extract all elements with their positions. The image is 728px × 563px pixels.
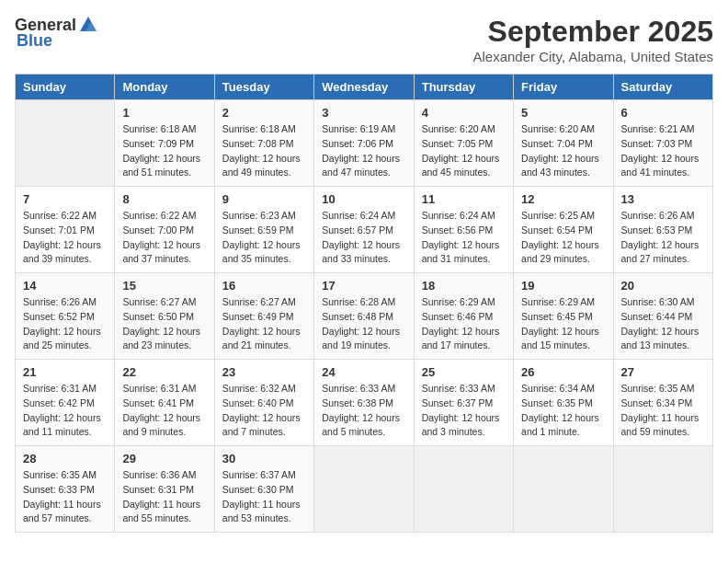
calendar-cell: 7Sunrise: 6:22 AMSunset: 7:01 PMDaylight… [16, 187, 115, 273]
calendar-cell: 24Sunrise: 6:33 AMSunset: 6:38 PMDayligh… [314, 360, 414, 446]
cell-content: Sunrise: 6:23 AMSunset: 6:59 PMDaylight:… [222, 209, 306, 267]
day-number: 11 [422, 192, 506, 206]
cell-content: Sunrise: 6:31 AMSunset: 6:41 PMDaylight:… [122, 382, 206, 440]
calendar-cell [16, 100, 115, 187]
cell-content: Sunrise: 6:37 AMSunset: 6:30 PMDaylight:… [222, 468, 306, 526]
calendar-week-5: 28Sunrise: 6:35 AMSunset: 6:33 PMDayligh… [16, 446, 713, 533]
weekday-header-friday: Friday [514, 75, 613, 100]
calendar-cell [613, 446, 712, 533]
calendar-cell: 14Sunrise: 6:26 AMSunset: 6:52 PMDayligh… [16, 273, 115, 360]
day-number: 15 [122, 279, 206, 293]
cell-content: Sunrise: 6:21 AMSunset: 7:03 PMDaylight:… [621, 122, 705, 180]
cell-content: Sunrise: 6:30 AMSunset: 6:44 PMDaylight:… [621, 295, 705, 353]
weekday-header-tuesday: Tuesday [214, 75, 313, 100]
day-number: 7 [23, 192, 107, 206]
day-number: 4 [422, 106, 506, 120]
weekday-header-saturday: Saturday [613, 75, 712, 100]
day-number: 16 [222, 279, 306, 293]
cell-content: Sunrise: 6:18 AMSunset: 7:08 PMDaylight:… [222, 122, 306, 180]
cell-content: Sunrise: 6:22 AMSunset: 7:01 PMDaylight:… [23, 209, 107, 267]
day-number: 30 [222, 452, 306, 465]
day-number: 1 [122, 106, 206, 120]
calendar-week-4: 21Sunrise: 6:31 AMSunset: 6:42 PMDayligh… [16, 360, 713, 446]
cell-content: Sunrise: 6:35 AMSunset: 6:33 PMDaylight:… [23, 468, 107, 526]
logo: General Blue [15, 15, 98, 51]
calendar-cell [414, 446, 513, 533]
calendar-cell: 11Sunrise: 6:24 AMSunset: 6:56 PMDayligh… [414, 187, 513, 273]
weekday-header-row: SundayMondayTuesdayWednesdayThursdayFrid… [16, 75, 713, 100]
day-number: 25 [422, 365, 506, 379]
day-number: 12 [521, 192, 605, 206]
cell-content: Sunrise: 6:27 AMSunset: 6:50 PMDaylight:… [122, 295, 206, 353]
cell-content: Sunrise: 6:22 AMSunset: 7:00 PMDaylight:… [122, 209, 206, 267]
day-number: 27 [621, 365, 705, 379]
day-number: 22 [122, 365, 206, 379]
weekday-header-thursday: Thursday [414, 75, 513, 100]
day-number: 6 [621, 106, 705, 120]
day-number: 8 [122, 192, 206, 206]
calendar-table: SundayMondayTuesdayWednesdayThursdayFrid… [15, 74, 713, 533]
cell-content: Sunrise: 6:24 AMSunset: 6:57 PMDaylight:… [322, 209, 405, 267]
day-number: 10 [322, 192, 405, 206]
day-number: 2 [222, 106, 306, 120]
calendar-week-2: 7Sunrise: 6:22 AMSunset: 7:01 PMDaylight… [16, 187, 713, 273]
calendar-cell: 19Sunrise: 6:29 AMSunset: 6:45 PMDayligh… [514, 273, 613, 360]
cell-content: Sunrise: 6:36 AMSunset: 6:31 PMDaylight:… [122, 468, 206, 526]
cell-content: Sunrise: 6:31 AMSunset: 6:42 PMDaylight:… [23, 382, 107, 440]
cell-content: Sunrise: 6:27 AMSunset: 6:49 PMDaylight:… [222, 295, 306, 353]
cell-content: Sunrise: 6:35 AMSunset: 6:34 PMDaylight:… [621, 382, 705, 440]
calendar-cell: 5Sunrise: 6:20 AMSunset: 7:04 PMDaylight… [514, 100, 613, 187]
header: General Blue September 2025 Alexander Ci… [15, 15, 713, 64]
cell-content: Sunrise: 6:29 AMSunset: 6:46 PMDaylight:… [422, 295, 506, 353]
day-number: 29 [122, 452, 206, 465]
calendar-cell: 21Sunrise: 6:31 AMSunset: 6:42 PMDayligh… [16, 360, 115, 446]
title-area: September 2025 Alexander City, Alabama, … [472, 15, 713, 64]
calendar-cell: 4Sunrise: 6:20 AMSunset: 7:05 PMDaylight… [414, 100, 513, 187]
cell-content: Sunrise: 6:33 AMSunset: 6:38 PMDaylight:… [322, 382, 405, 440]
weekday-header-monday: Monday [115, 75, 214, 100]
calendar-cell: 3Sunrise: 6:19 AMSunset: 7:06 PMDaylight… [314, 100, 414, 187]
cell-content: Sunrise: 6:19 AMSunset: 7:06 PMDaylight:… [322, 122, 405, 180]
day-number: 13 [621, 192, 705, 206]
day-number: 17 [322, 279, 405, 293]
day-number: 24 [322, 365, 405, 379]
day-number: 26 [521, 365, 605, 379]
month-title: September 2025 [472, 15, 713, 49]
calendar-cell: 30Sunrise: 6:37 AMSunset: 6:30 PMDayligh… [214, 446, 313, 533]
calendar-cell: 23Sunrise: 6:32 AMSunset: 6:40 PMDayligh… [214, 360, 313, 446]
day-number: 3 [322, 106, 405, 120]
calendar-cell: 16Sunrise: 6:27 AMSunset: 6:49 PMDayligh… [214, 273, 313, 360]
cell-content: Sunrise: 6:33 AMSunset: 6:37 PMDaylight:… [422, 382, 506, 440]
calendar-cell: 29Sunrise: 6:36 AMSunset: 6:31 PMDayligh… [115, 446, 214, 533]
cell-content: Sunrise: 6:29 AMSunset: 6:45 PMDaylight:… [521, 295, 605, 353]
calendar-cell: 17Sunrise: 6:28 AMSunset: 6:48 PMDayligh… [314, 273, 414, 360]
calendar-week-3: 14Sunrise: 6:26 AMSunset: 6:52 PMDayligh… [16, 273, 713, 360]
weekday-header-wednesday: Wednesday [314, 75, 414, 100]
day-number: 5 [521, 106, 605, 120]
calendar-cell: 2Sunrise: 6:18 AMSunset: 7:08 PMDaylight… [214, 100, 313, 187]
calendar-cell: 12Sunrise: 6:25 AMSunset: 6:54 PMDayligh… [514, 187, 613, 273]
cell-content: Sunrise: 6:28 AMSunset: 6:48 PMDaylight:… [322, 295, 405, 353]
cell-content: Sunrise: 6:32 AMSunset: 6:40 PMDaylight:… [222, 382, 306, 440]
calendar-cell: 6Sunrise: 6:21 AMSunset: 7:03 PMDaylight… [613, 100, 712, 187]
logo-blue: Blue [17, 31, 52, 51]
calendar-cell: 25Sunrise: 6:33 AMSunset: 6:37 PMDayligh… [414, 360, 513, 446]
location-title: Alexander City, Alabama, United States [472, 49, 713, 64]
calendar-cell: 22Sunrise: 6:31 AMSunset: 6:41 PMDayligh… [115, 360, 214, 446]
calendar-cell: 18Sunrise: 6:29 AMSunset: 6:46 PMDayligh… [414, 273, 513, 360]
calendar-cell: 9Sunrise: 6:23 AMSunset: 6:59 PMDaylight… [214, 187, 313, 273]
calendar-cell: 1Sunrise: 6:18 AMSunset: 7:09 PMDaylight… [115, 100, 214, 187]
calendar-cell: 13Sunrise: 6:26 AMSunset: 6:53 PMDayligh… [613, 187, 712, 273]
day-number: 14 [23, 279, 107, 293]
day-number: 28 [23, 452, 107, 465]
calendar-cell: 10Sunrise: 6:24 AMSunset: 6:57 PMDayligh… [314, 187, 414, 273]
cell-content: Sunrise: 6:34 AMSunset: 6:35 PMDaylight:… [521, 382, 605, 440]
calendar-cell [514, 446, 613, 533]
cell-content: Sunrise: 6:26 AMSunset: 6:53 PMDaylight:… [621, 209, 705, 267]
cell-content: Sunrise: 6:18 AMSunset: 7:09 PMDaylight:… [122, 122, 206, 180]
day-number: 18 [422, 279, 506, 293]
calendar-cell: 20Sunrise: 6:30 AMSunset: 6:44 PMDayligh… [613, 273, 712, 360]
cell-content: Sunrise: 6:25 AMSunset: 6:54 PMDaylight:… [521, 209, 605, 267]
cell-content: Sunrise: 6:20 AMSunset: 7:04 PMDaylight:… [521, 122, 605, 180]
calendar-cell [314, 446, 414, 533]
